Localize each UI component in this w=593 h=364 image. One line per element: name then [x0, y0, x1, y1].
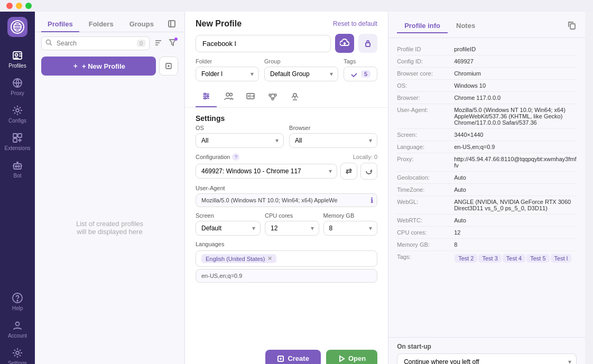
profile-name-input[interactable] [196, 35, 331, 52]
cpu-select[interactable]: 12 [265, 221, 319, 236]
languages-section: Languages English (United States) ✕ en-U… [185, 241, 388, 283]
browser-label: Browser [289, 125, 377, 131]
sidebar-item-account[interactable]: Account [0, 315, 35, 343]
svg-point-41 [230, 94, 233, 96]
sort-btn[interactable] [153, 37, 164, 50]
on-startup-select[interactable]: Continue where you left off Open new tab… [397, 353, 577, 364]
info-value: 3440×1440 [454, 132, 577, 138]
lang-tags-box: English (United States) ✕ [196, 250, 377, 267]
info-row: Tags:Test 2Test 3Test 4Test 5Test l [397, 251, 577, 266]
new-profile-button[interactable]: ＋ + New Profile [41, 57, 156, 76]
search-input[interactable] [41, 36, 150, 50]
os-select[interactable]: All Windows 10 [196, 133, 284, 148]
memory-select[interactable]: 8 [323, 221, 378, 236]
copy-button[interactable] [567, 21, 577, 32]
plus-icon: ＋ [72, 61, 79, 71]
svg-marker-28 [170, 40, 175, 45]
info-value: Test 2Test 3Test 4Test 5Test l [454, 254, 577, 263]
info-row: Config ID:469927 [397, 55, 577, 68]
sidebar-label-help: Help [12, 305, 23, 311]
tags-label: Tags [344, 58, 377, 64]
tab-groups[interactable]: Groups [123, 17, 160, 32]
browser-select[interactable]: All Chrome 117 [289, 133, 377, 148]
settings-tab-general[interactable] [196, 88, 217, 107]
ua-input[interactable] [196, 193, 377, 207]
sidebar-item-bot[interactable]: Bot [0, 155, 35, 183]
tab-profile-info[interactable]: Profile info [397, 19, 448, 33]
open-button[interactable]: Open [326, 350, 377, 364]
sidebar-item-proxy[interactable]: Proxy [0, 73, 35, 100]
close-btn[interactable] [6, 3, 13, 9]
config-shuffle-btn[interactable] [340, 163, 357, 180]
settings-tab-hardware[interactable] [240, 88, 261, 107]
svg-point-20 [16, 351, 19, 354]
info-key: Profile ID [397, 46, 450, 52]
screen-select[interactable]: Default [196, 221, 261, 236]
sidebar-label-configs: Configs [8, 118, 26, 124]
settings-label: Settings [185, 108, 388, 125]
os-label: OS [196, 125, 284, 131]
info-value: Mozilla/5.0 (Windows NT 10.0; Win64; x64… [454, 107, 577, 126]
info-key: Tags: [397, 254, 450, 260]
config-info-icon[interactable]: ? [232, 153, 239, 161]
info-row: OS:Windows 10 [397, 80, 577, 92]
create-button[interactable]: Create [265, 350, 320, 364]
tab-notes[interactable]: Notes [449, 19, 483, 33]
sidebar-item-configs[interactable]: Configs [0, 100, 35, 128]
info-key: CPU cores: [397, 229, 450, 236]
svg-point-37 [205, 94, 206, 95]
left-panel-tabs: Profiles Folders Groups [35, 12, 184, 32]
ua-info-btn[interactable]: ℹ [370, 196, 373, 204]
settings-tab-advanced[interactable] [284, 88, 305, 107]
lang-tag-remove[interactable]: ✕ [267, 255, 272, 262]
sidebar-item-settings[interactable]: Settings [0, 343, 35, 364]
left-panel: Profiles Folders Groups 0 [35, 12, 185, 364]
configuration-label: Configuration ? [196, 153, 239, 161]
svg-point-48 [269, 94, 271, 96]
settings-tabs [185, 81, 388, 108]
settings-tab-appearance[interactable] [262, 88, 283, 107]
svg-rect-21 [169, 21, 175, 27]
tab-folders[interactable]: Folders [82, 17, 120, 32]
maximize-btn[interactable] [25, 3, 32, 9]
tags-btn[interactable]: 5 [344, 67, 377, 81]
config-select[interactable]: 469927: Windows 10 - Chrome 117 [196, 164, 337, 179]
svg-point-23 [47, 40, 51, 44]
sidebar-item-extensions[interactable]: Extensions [0, 128, 35, 155]
svg-rect-12 [18, 134, 22, 137]
middle-title: New Profile [196, 19, 242, 29]
lock-btn[interactable] [358, 34, 377, 53]
list-empty-text: List of created profiles [76, 220, 143, 228]
open-btn-label: Open [348, 354, 366, 362]
info-key: Language: [397, 144, 450, 150]
info-value: Chrome 117.0.0.0 [454, 95, 577, 101]
sidebar-item-profiles[interactable]: Profiles [0, 45, 35, 73]
os-browser-row: OS All Windows 10 Browser All Chrome 117 [185, 125, 388, 153]
folder-select[interactable]: Folder l [196, 67, 259, 81]
info-row: Profile IDprofileID [397, 43, 577, 55]
svg-rect-57 [570, 24, 575, 29]
group-col: Group Default Group [264, 58, 338, 81]
svg-point-19 [16, 322, 20, 326]
settings-tab-users[interactable] [218, 88, 239, 107]
info-value: Auto [454, 217, 577, 223]
filter-btn[interactable] [167, 37, 178, 50]
panel-collapse-btn[interactable] [165, 17, 178, 32]
lang-tag-label: English (United States) [206, 256, 265, 262]
minimize-btn[interactable] [16, 3, 22, 9]
import-btn[interactable] [159, 57, 178, 76]
reset-link[interactable]: Reset to default [333, 20, 377, 27]
svg-rect-13 [13, 138, 17, 142]
svg-point-51 [293, 94, 296, 97]
config-refresh-btn[interactable] [360, 163, 377, 180]
sidebar-item-help[interactable]: Help [0, 288, 35, 315]
info-key: Browser: [397, 95, 450, 101]
svg-line-24 [50, 44, 52, 46]
group-select[interactable]: Default Group [264, 67, 338, 81]
info-value: en-US,en;q=0.9 [454, 144, 577, 150]
folder-col: Folder Folder l [196, 58, 259, 81]
tab-profiles[interactable]: Profiles [41, 17, 79, 32]
cloud-btn[interactable] [335, 34, 354, 53]
create-btn-label: Create [288, 354, 309, 362]
tag-chip: Test 3 [478, 254, 501, 263]
